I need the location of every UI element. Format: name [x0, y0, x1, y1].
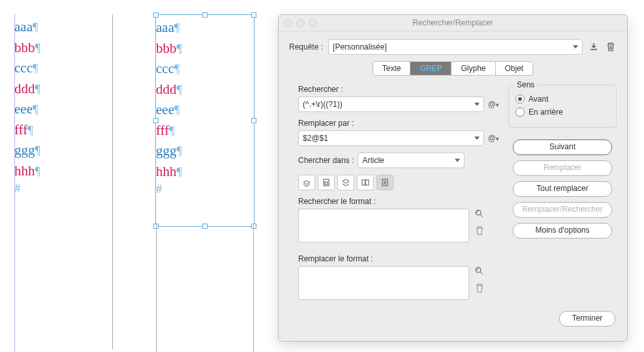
- find-next-button[interactable]: Suivant: [513, 139, 612, 155]
- tab-grep[interactable]: GREP: [410, 62, 452, 75]
- selection-handle[interactable]: [202, 224, 207, 229]
- text-line: fff¶: [156, 121, 254, 141]
- search-in-label: Chercher dans :: [298, 156, 354, 165]
- pilcrow-icon: ¶: [174, 62, 180, 76]
- find-label: Rechercher :: [298, 85, 499, 94]
- selection-handle[interactable]: [202, 12, 207, 18]
- text-line: ddd¶: [156, 80, 254, 100]
- chevron-down-icon: [474, 137, 480, 140]
- selection-handle[interactable]: [153, 224, 159, 229]
- specify-find-format-icon[interactable]: [474, 209, 485, 218]
- chevron-down-icon: [474, 103, 480, 106]
- find-special-chars-button[interactable]: @▾: [488, 100, 499, 109]
- specify-change-format-icon[interactable]: [474, 266, 485, 275]
- find-format-box[interactable]: [298, 209, 469, 242]
- pilcrow-icon: ¶: [35, 143, 41, 157]
- search-in-value: Article: [362, 156, 384, 165]
- change-format-box[interactable]: [298, 266, 469, 300]
- replace-label: Remplacer par :: [298, 119, 499, 128]
- text-line: ddd¶: [14, 79, 112, 100]
- zoom-icon[interactable]: [309, 19, 317, 27]
- tab-text[interactable]: Texte: [373, 62, 411, 75]
- scope-locked-stories-icon[interactable]: [318, 175, 335, 190]
- replace-input[interactable]: $2@$1: [298, 130, 484, 146]
- end-of-story-icon: #: [14, 181, 112, 196]
- pilcrow-icon: ¶: [35, 82, 41, 96]
- replace-value: $2@$1: [303, 134, 328, 143]
- scope-hidden-layers-icon[interactable]: [337, 175, 354, 190]
- query-select[interactable]: [Personnalisée]: [328, 39, 583, 55]
- text-line: eee¶: [14, 99, 112, 120]
- find-format-label: Rechercher le format :: [298, 197, 499, 206]
- text-line: ccc¶: [156, 59, 254, 80]
- svg-rect-3: [365, 180, 369, 185]
- text-frame-2[interactable]: aaa¶bbb¶ccc¶ddd¶eee¶fff¶ggg¶hhh¶#: [155, 14, 254, 227]
- direction-backward-label: En arrière: [529, 108, 563, 117]
- text-frame-1: aaa¶bbb¶ccc¶ddd¶eee¶fff¶ggg¶hhh¶#: [14, 14, 113, 349]
- direction-backward-radio[interactable]: En arrière: [515, 108, 609, 117]
- direction-forward-radio[interactable]: Avant: [515, 95, 609, 104]
- done-button[interactable]: Terminer: [559, 311, 615, 327]
- selection-handle[interactable]: [251, 12, 256, 18]
- change-button[interactable]: Remplacer: [513, 160, 612, 176]
- pilcrow-icon: ¶: [33, 102, 38, 116]
- selection-handle[interactable]: [251, 224, 256, 229]
- scope-master-pages-icon[interactable]: [357, 175, 374, 190]
- search-in-select[interactable]: Article: [358, 153, 465, 168]
- fewer-options-button[interactable]: Moins d'options: [513, 223, 612, 239]
- scope-footnotes-icon[interactable]: [376, 175, 393, 190]
- delete-query-icon[interactable]: [605, 41, 617, 53]
- tab-glyph[interactable]: Glyphe: [452, 62, 495, 75]
- pilcrow-icon: ¶: [169, 124, 175, 138]
- text-line: hhh¶: [156, 162, 254, 183]
- pilcrow-icon: ¶: [35, 41, 41, 55]
- text-line: bbb¶: [14, 38, 112, 59]
- direction-forward-label: Avant: [529, 95, 548, 104]
- text-line: fff¶: [14, 120, 112, 141]
- pilcrow-icon: ¶: [177, 42, 183, 55]
- pilcrow-icon: ¶: [174, 21, 180, 35]
- dialog-title: Rechercher/Remplacer: [412, 18, 493, 27]
- query-value: [Personnalisée]: [333, 42, 387, 51]
- text-line: bbb¶: [156, 38, 254, 59]
- text-line: ggg¶: [14, 140, 112, 161]
- window-controls: [284, 19, 317, 27]
- search-scope-icons: [298, 175, 499, 190]
- replace-special-chars-button[interactable]: @▾: [488, 134, 499, 143]
- pilcrow-icon: ¶: [27, 123, 33, 137]
- scope-locked-layers-icon[interactable]: [298, 175, 315, 190]
- pilcrow-icon: ¶: [177, 83, 183, 96]
- selection-handle[interactable]: [251, 118, 256, 123]
- chevron-down-icon: [573, 46, 578, 49]
- mode-tabs: Texte GREP Glyphe Objet: [289, 61, 617, 76]
- dialog-titlebar[interactable]: Rechercher/Remplacer: [279, 15, 627, 31]
- change-all-button[interactable]: Tout remplacer: [513, 181, 612, 197]
- text-line: ccc¶: [14, 58, 112, 79]
- pilcrow-icon: ¶: [33, 61, 38, 75]
- close-icon[interactable]: [284, 19, 292, 27]
- clear-change-format-icon[interactable]: [475, 283, 484, 293]
- tab-object[interactable]: Objet: [496, 62, 533, 75]
- pilcrow-icon: ¶: [174, 103, 180, 117]
- selection-handle[interactable]: [153, 118, 159, 123]
- svg-rect-1: [325, 182, 328, 184]
- text-line: aaa¶: [14, 17, 112, 38]
- query-row: Requête : [Personnalisée]: [289, 39, 617, 55]
- find-input[interactable]: (^.+\r)((?1)): [298, 96, 484, 112]
- selection-handle[interactable]: [153, 12, 159, 18]
- find-change-dialog: Rechercher/Remplacer Requête : [Personna…: [278, 14, 628, 342]
- end-of-story-icon: #: [156, 182, 254, 196]
- pilcrow-icon: ¶: [177, 165, 183, 179]
- save-query-icon[interactable]: [588, 41, 600, 53]
- chevron-down-icon: [455, 159, 460, 162]
- find-value: (^.+\r)((?1)): [303, 100, 343, 109]
- change-format-label: Remplacer le format :: [298, 254, 499, 263]
- minimize-icon[interactable]: [296, 19, 305, 27]
- text-line: ggg¶: [156, 141, 254, 162]
- svg-rect-2: [362, 180, 365, 185]
- pilcrow-icon: ¶: [33, 20, 38, 34]
- text-line: hhh¶: [14, 161, 112, 182]
- pilcrow-icon: ¶: [177, 144, 183, 158]
- change-find-button[interactable]: Remplacer/Rechercher: [513, 202, 612, 218]
- clear-find-format-icon[interactable]: [475, 226, 484, 236]
